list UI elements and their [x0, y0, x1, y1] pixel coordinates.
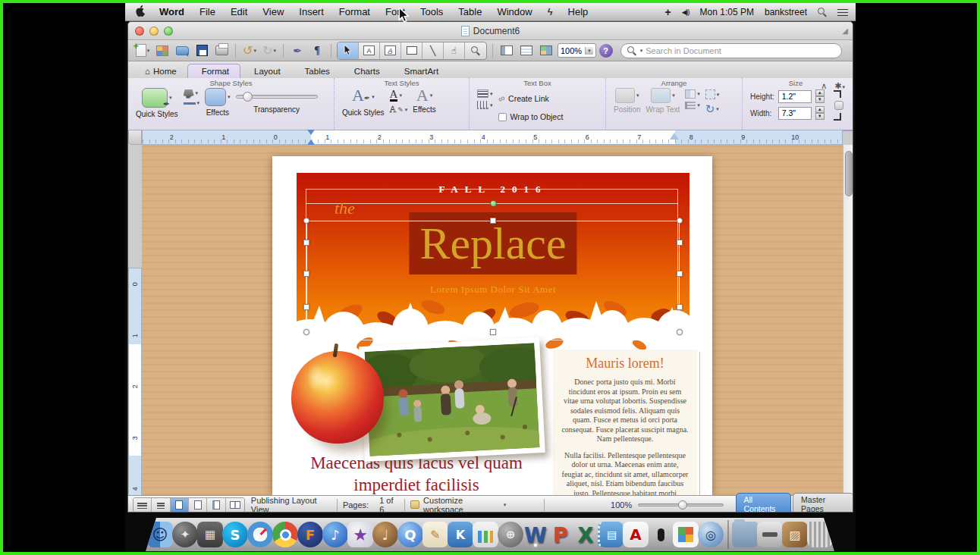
- text-outline-button[interactable]: A✎▾: [390, 105, 408, 114]
- sidebar-toggle-button[interactable]: [498, 42, 515, 59]
- gallery-button[interactable]: [154, 42, 171, 59]
- search-in-document-field[interactable]: ▾: [620, 43, 842, 58]
- transparency-slider[interactable]: Transparency: [236, 88, 318, 114]
- publishing-layout-button[interactable]: [538, 42, 554, 59]
- open-button[interactable]: [174, 42, 190, 59]
- lock-aspect-ratio-control[interactable]: [830, 90, 841, 121]
- selection-handle-right-lower[interactable]: [677, 304, 683, 310]
- search-input[interactable]: [645, 46, 834, 55]
- window-resize-icon[interactable]: ◢: [842, 27, 848, 35]
- notebook-layout-button[interactable]: [518, 42, 535, 59]
- font-color-button[interactable]: A▾: [390, 89, 408, 102]
- notebook-dock-icon[interactable]: ▤: [598, 522, 623, 547]
- draft-view-button[interactable]: [133, 498, 152, 512]
- width-stepper[interactable]: ▲▼: [815, 106, 825, 120]
- rotation-handle[interactable]: [490, 200, 497, 207]
- show-formatting-marks-button[interactable]: ¶: [309, 42, 325, 59]
- selection-handle-right-middle[interactable]: [677, 271, 683, 277]
- office-tools-dock-icon[interactable]: [673, 522, 699, 547]
- wrap-text-button[interactable]: ▾ Wrap Text: [646, 88, 680, 114]
- chrome-dock-icon[interactable]: [272, 522, 298, 547]
- selection-handle-bottom-left[interactable]: [303, 329, 309, 335]
- text-box-tool[interactable]: A: [359, 42, 380, 59]
- close-window-button[interactable]: [135, 27, 144, 36]
- menu-clock[interactable]: Mon 1:05 PM: [700, 7, 754, 17]
- wrap-to-object-checkbox[interactable]: Wrap to Object: [498, 109, 564, 124]
- word-dock-icon[interactable]: W: [523, 522, 548, 547]
- keynote-dock-icon[interactable]: K: [448, 522, 473, 547]
- pages-dock-icon[interactable]: ✎: [422, 522, 448, 547]
- line-tool[interactable]: ╲: [422, 42, 444, 59]
- save-button[interactable]: [193, 42, 210, 59]
- transparency-slider-thumb[interactable]: [243, 92, 253, 102]
- scrollbar-thumb[interactable]: [845, 151, 853, 196]
- shape-quick-styles-button[interactable]: ✒▾ Quick Styles: [136, 88, 178, 118]
- selection-handle-bottom-right[interactable]: [677, 329, 683, 335]
- zoom-tool[interactable]: [465, 42, 486, 59]
- skype-dock-icon[interactable]: S: [222, 522, 248, 547]
- help-button[interactable]: ?: [599, 44, 613, 58]
- script-menu-icon[interactable]: ϟ: [540, 6, 561, 17]
- trash-dock-icon[interactable]: [807, 522, 833, 547]
- hand-tool[interactable]: ☝: [444, 42, 465, 59]
- horizontal-ruler[interactable]: 2101234567891011: [142, 130, 843, 145]
- move-tool-icon[interactable]: +: [664, 6, 671, 18]
- garageband-dock-icon[interactable]: ♩: [372, 522, 398, 547]
- ribbon-tab[interactable]: Format: [187, 64, 240, 78]
- text-quick-styles-button[interactable]: A✒▾ Quick Styles: [342, 88, 385, 117]
- text-effects-button[interactable]: A▾ Effects: [413, 88, 435, 114]
- text-direction-button[interactable]: ▾: [477, 101, 493, 109]
- print-layout-view-button[interactable]: [189, 498, 207, 512]
- microphone-dock-icon[interactable]: [648, 522, 674, 547]
- selection-bounding-box[interactable]: [306, 221, 680, 332]
- create-link-button[interactable]: ∞Create Link: [498, 91, 564, 106]
- selection-handle-top-left[interactable]: [303, 218, 309, 224]
- menu-item-tools[interactable]: Tools: [413, 6, 451, 17]
- family-photo[interactable]: [359, 337, 545, 462]
- folder-dock-icon[interactable]: [732, 522, 758, 547]
- reorder-objects-button[interactable]: ▾: [685, 89, 700, 99]
- finder-dock-icon[interactable]: ☺: [147, 522, 173, 547]
- all-contents-tab[interactable]: All Contents: [736, 493, 792, 513]
- ribbon-tab[interactable]: SmartArt: [391, 64, 449, 78]
- horizontal-text-box-tool[interactable]: A̲: [380, 42, 401, 59]
- newsletter-page[interactable]: FALL 2016 the Replace Lorem Ipsum Dolor …: [272, 156, 712, 495]
- publishing-layout-view-button[interactable]: [171, 498, 189, 512]
- focus-view-button[interactable]: [226, 498, 244, 512]
- imovie-dock-icon[interactable]: ★: [347, 522, 373, 547]
- selection-handle-bottom-center[interactable]: [490, 329, 496, 335]
- ribbon-tab[interactable]: ⌂ Home: [134, 64, 187, 78]
- menu-item-word[interactable]: Word: [152, 6, 192, 17]
- ribbon-tab[interactable]: Charts: [341, 64, 391, 78]
- menu-user[interactable]: bankstreet: [765, 7, 807, 17]
- communicator-dock-icon[interactable]: ◎: [698, 522, 724, 547]
- customize-workspace-button[interactable]: Customize workspace: [423, 496, 500, 513]
- rotate-object-button[interactable]: ↻▾: [705, 102, 720, 116]
- menu-item-view[interactable]: View: [255, 6, 291, 17]
- pages-value[interactable]: 1 of 6: [379, 496, 399, 513]
- master-pages-tab[interactable]: Master Pages: [793, 493, 853, 513]
- title-bar[interactable]: Document6 ◢: [128, 22, 853, 40]
- excel-dock-icon[interactable]: X: [573, 522, 598, 547]
- lock-aspect-button[interactable]: [834, 101, 843, 110]
- apple-menu-icon[interactable]: [136, 5, 146, 19]
- text-align-button[interactable]: ▾: [477, 89, 493, 98]
- gear-icon[interactable]: ✱▾: [834, 81, 845, 91]
- menu-item-table[interactable]: Table: [451, 6, 489, 17]
- vertical-ruler[interactable]: 0123456: [128, 268, 142, 513]
- shape-effects-button[interactable]: ▾ Effects: [205, 88, 231, 117]
- menu-item-format[interactable]: Format: [331, 6, 378, 17]
- right-indent-marker[interactable]: [670, 133, 679, 140]
- height-input[interactable]: [778, 90, 812, 103]
- menu-item-window[interactable]: Window: [489, 6, 539, 17]
- safari-dock-icon[interactable]: [247, 522, 273, 547]
- right-article-column[interactable]: Mauris lorem! Donec porta justo quis mi.…: [553, 350, 697, 495]
- format-painter-button[interactable]: ✒: [289, 42, 306, 59]
- zoom-slider[interactable]: [638, 503, 723, 506]
- rectangle-tool[interactable]: [401, 42, 422, 59]
- launchpad-dock-icon[interactable]: ✦: [172, 522, 198, 547]
- spotlight-search-icon[interactable]: [818, 8, 827, 17]
- dock-divider[interactable]: [727, 520, 729, 549]
- selection-handle-top-right[interactable]: [677, 218, 683, 224]
- undo-button[interactable]: ↺▾: [241, 42, 258, 59]
